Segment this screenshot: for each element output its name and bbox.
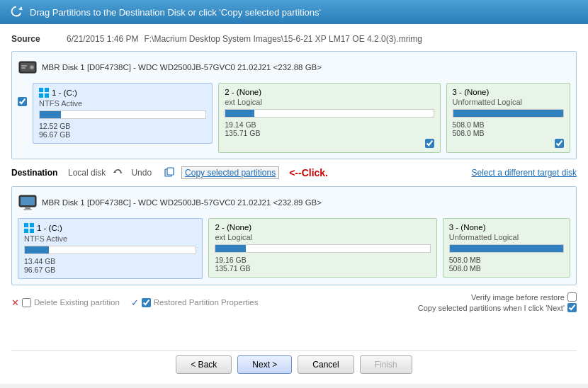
source-disk-header-text: MBR Disk 1 [D0F4738C] - WDC WD2500JB-57G… (42, 63, 322, 72)
dst-p3-fill (450, 245, 563, 252)
partition-3-checkbox[interactable] (555, 139, 564, 148)
src-p3-sizes: 508.0 MB 508.0 MB (453, 120, 564, 137)
source-hdd-icon (18, 57, 38, 77)
svg-rect-16 (23, 209, 32, 210)
dest-disk-header: MBR Disk 1 [D0F4738C] - WDC WD2500JB-57G… (18, 193, 570, 212)
verify-image-row: Verify image before restore (471, 292, 577, 302)
source-label: Source (11, 34, 61, 44)
back-button[interactable]: < Back (176, 355, 232, 374)
copy-selected-btn[interactable]: Copy selected partitions (181, 166, 279, 179)
source-row: Source 6/21/2015 1:46 PM F:\Macrium Desk… (11, 31, 577, 47)
title-bar: Drag Partitions to the Destination Disk … (0, 0, 588, 24)
restored-props-option: ✓ Restored Partition Properties (131, 297, 259, 308)
dst-p3-id: 3 - (None) (449, 223, 486, 232)
dst-p1-bar (24, 246, 196, 254)
svg-rect-9 (45, 93, 49, 98)
dest-label: Destination (11, 168, 61, 178)
svg-rect-6 (39, 88, 43, 92)
main-content: Source 6/21/2015 1:46 PM F:\Macrium Desk… (0, 24, 588, 384)
next-button[interactable]: Next > (237, 355, 292, 374)
src-p2-fill (225, 110, 254, 117)
select-target-btn[interactable]: Select a different target disk (471, 168, 577, 178)
partition-2-checkbox[interactable] (425, 139, 434, 148)
dst-p3-bar (449, 244, 564, 253)
windows-icon-1 (39, 88, 49, 98)
dst-p2-bar (215, 244, 430, 253)
dst-p1-type: NTFS Active (24, 234, 196, 243)
svg-rect-18 (30, 223, 34, 227)
dst-p2-fill (215, 245, 245, 252)
x-mark-icon: ✕ (11, 297, 19, 308)
dst-p2-sizes: 19.16 GB 135.71 GB (215, 256, 430, 273)
svg-rect-17 (24, 223, 28, 227)
dest-disk-type: Local disk (68, 168, 106, 178)
finish-button[interactable]: Finish (360, 355, 412, 374)
source-file: F:\Macrium Desktop System Images\15-6-21… (144, 34, 422, 44)
src-p2-sizes: 19.14 GB 135.71 GB (225, 120, 434, 137)
src-p1-type: NTFS Active (39, 99, 206, 108)
svg-point-3 (31, 67, 33, 69)
options-row: ✕ Delete Existing partition ✓ Restored P… (11, 290, 577, 314)
verify-image-checkbox[interactable] (567, 292, 577, 302)
copy-icon (164, 167, 174, 179)
copy-on-next-label: Copy selected partitions when I click 'N… (418, 304, 565, 312)
src-p2-bar (225, 109, 434, 118)
dst-p1-fill (25, 246, 49, 253)
src-p1-id: 1 - (C:) (52, 89, 77, 97)
dest-partition-2: 2 - (None) ext Logical 19.16 GB 135.71 G… (208, 218, 436, 278)
delete-existing-checkbox[interactable] (22, 298, 31, 307)
dst-p2-type: ext Logical (215, 233, 430, 241)
svg-rect-8 (39, 93, 43, 98)
check-mark-icon: ✓ (131, 297, 139, 308)
svg-rect-15 (25, 207, 30, 209)
dest-monitor-icon (18, 193, 38, 212)
partition-1-checkbox[interactable] (18, 97, 27, 106)
source-partition-1: 1 - (C:) NTFS Active 12.52 GB 96.67 GB (33, 83, 213, 144)
undo-button[interactable]: Undo (131, 168, 152, 178)
dst-p3-sizes: 508.0 MB 508.0 MB (449, 256, 564, 273)
title-text: Drag Partitions to the Destination Disk … (30, 7, 321, 18)
click-arrow: <--Click. (289, 167, 328, 178)
src-p1-fill (40, 111, 61, 118)
delete-existing-label: Delete Existing partition (34, 298, 120, 307)
dst-p3-type: Unformatted Logical (449, 233, 564, 241)
right-options: Verify image before restore Copy selecte… (418, 292, 577, 312)
src-p2-type: ext Logical (225, 98, 434, 106)
src-p3-bar (453, 109, 564, 118)
dst-p1-sizes: 13.44 GB 96.67 GB (24, 257, 196, 274)
src-p2-id: 2 - (None) (225, 88, 261, 96)
delete-existing-option: ✕ Delete Existing partition (11, 297, 120, 308)
source-disk-panel: MBR Disk 1 [D0F4738C] - WDC WD2500JB-57G… (11, 51, 577, 159)
svg-rect-14 (21, 197, 35, 205)
src-p3-type: Unformatted Logical (453, 98, 564, 106)
verify-image-label: Verify image before restore (471, 293, 565, 302)
copy-on-next-row: Copy selected partitions when I click 'N… (418, 303, 577, 312)
undo-icon (113, 168, 124, 178)
source-partition-3: 3 - (None) Unformatted Logical 508.0 MB … (446, 83, 570, 153)
source-partition-2: 2 - (None) ext Logical 19.14 GB 135.71 G… (218, 83, 440, 153)
svg-rect-19 (24, 229, 28, 233)
src-p3-fill (453, 110, 563, 117)
src-p3-id: 3 - (None) (453, 88, 490, 96)
src-p1-sizes: 12.52 GB 96.67 GB (39, 122, 206, 139)
svg-rect-20 (30, 229, 34, 233)
svg-rect-12 (167, 168, 174, 175)
refresh-icon (9, 4, 24, 20)
dst-p1-id: 1 - (C:) (37, 224, 62, 232)
source-date: 6/21/2015 1:46 PM (67, 34, 138, 44)
restored-props-label: Restored Partition Properties (154, 298, 259, 307)
dest-disk-header-text: MBR Disk 1 [D0F4738C] - WDC WD2500JB-57G… (42, 198, 322, 207)
svg-rect-4 (21, 65, 27, 67)
restored-props-checkbox[interactable] (142, 298, 151, 307)
source-disk-header: MBR Disk 1 [D0F4738C] - WDC WD2500JB-57G… (18, 57, 570, 77)
dest-partition-1: 1 - (C:) NTFS Active 13.44 GB 96.67 GB (18, 218, 203, 279)
dest-disk-panel: MBR Disk 1 [D0F4738C] - WDC WD2500JB-57G… (11, 186, 577, 285)
src-p1-bar (39, 110, 206, 119)
dest-partition-3: 3 - (None) Unformatted Logical 508.0 MB … (443, 218, 570, 278)
svg-rect-7 (45, 88, 49, 92)
button-bar: < Back Next > Cancel Finish (11, 350, 577, 377)
copy-on-next-checkbox[interactable] (567, 303, 577, 312)
destination-row: Destination Local disk Undo Copy selecte… (11, 164, 577, 182)
cancel-button[interactable]: Cancel (298, 355, 354, 374)
windows-icon-dest-1 (24, 223, 34, 233)
